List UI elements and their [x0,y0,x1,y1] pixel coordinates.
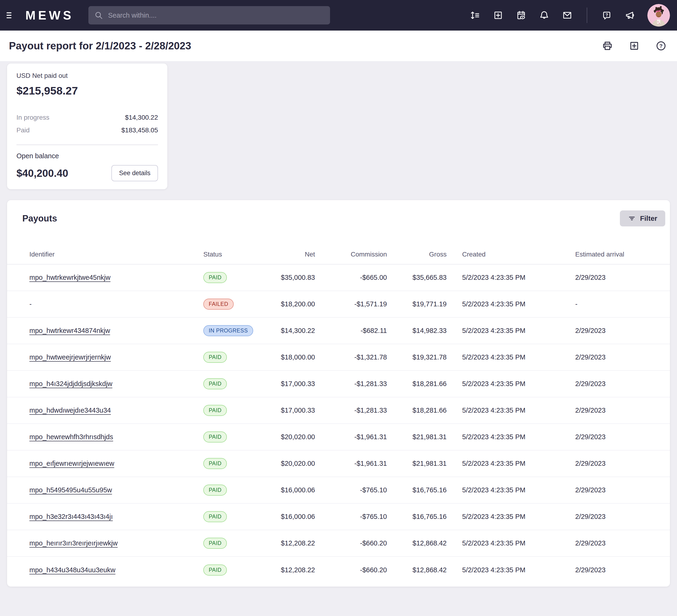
chat-question-icon[interactable]: ? [601,10,612,21]
estimated-arrival-value: 2/29/2023 [560,380,656,388]
table-row: mpo_hwtrkewrkjtwe45nkjw PAID $35,000.83 … [7,265,670,291]
payouts-card: Payouts Filter Identifier Status Net Com… [7,200,670,586]
estimated-arrival-value: 2/29/2023 [560,513,656,521]
filter-button[interactable]: Filter [620,210,665,226]
estimated-arrival-value: - [560,300,656,308]
commission-value: -$1,961.31 [315,459,387,468]
gross-value: $35,665.83 [387,274,447,281]
add-report-icon[interactable] [629,40,640,51]
payout-identifier-link[interactable]: mpo_hewrewhfh3rhrısdhjds [30,433,113,441]
user-avatar[interactable] [647,4,670,27]
status-badge: PAID [204,378,227,389]
in-progress-value: $14,300.22 [125,111,158,124]
avatar-image [647,4,670,27]
navbar-icon-group: ? [470,4,670,27]
svg-text:?: ? [659,43,663,49]
search-input[interactable] [108,11,324,19]
gross-value: $18,281.66 [387,406,447,414]
estimated-arrival-value: 2/29/2023 [560,566,656,574]
payout-identifier-empty: - [30,300,32,308]
estimated-arrival-value: 2/29/2023 [560,406,656,414]
paid-label: Paid [16,124,30,137]
payout-identifier-link[interactable]: mpo_h5495495u4u55u95w [30,486,112,494]
gross-value: $12,868.42 [387,566,447,574]
page-header: Payout report for 2/1/2023 - 2/28/2023 ? [0,31,677,61]
table-row: mpo_heırır3ırı3reırjeırjıewkjw PAID $12,… [7,530,670,557]
megaphone-icon[interactable] [624,10,635,21]
net-value: $20,020.00 [255,459,315,468]
commission-value: -$665.00 [315,274,387,281]
table-row: mpo_hwtrkewr434874nkjw IN PROGRESS $14,3… [7,318,670,344]
mail-icon[interactable] [562,10,573,21]
gross-value: $21,981.31 [387,433,447,441]
navbar-divider [587,7,587,23]
summary-card: USD Net paid out $215,958.27 In progress… [7,63,167,189]
mews-logo: MEWS [26,8,74,22]
in-progress-label: In progress [16,111,49,124]
gross-value: $19,321.78 [387,353,447,361]
gross-value: $21,981.31 [387,459,447,468]
status-badge: PAID [204,565,227,576]
net-value: $16,000.06 [255,513,315,521]
printer-icon[interactable] [602,40,613,51]
col-net: Net [255,251,315,258]
commission-value: -$1,281.33 [315,380,387,388]
net-value: $17,000.33 [255,380,315,388]
sort-list-icon[interactable] [470,10,481,21]
commission-value: -$1,571.19 [315,300,387,308]
gross-value: $19,771.19 [387,300,447,308]
payout-identifier-link[interactable]: mpo_hwtrkewr434874nkjw [30,327,110,334]
col-status: Status [204,251,255,258]
search-bar[interactable] [88,6,330,25]
summary-row-paid: Paid $183,458.05 [16,124,158,137]
status-badge: PAID [204,431,227,442]
estimated-arrival-value: 2/29/2023 [560,327,656,335]
net-value: $16,000.06 [255,486,315,494]
created-value: 5/2/2023 4:23:35 PM [447,539,560,547]
created-value: 5/2/2023 4:23:35 PM [447,433,560,441]
gross-value: $18,281.66 [387,380,447,388]
col-estimated-arrival: Estimated arrival [560,251,656,258]
payout-identifier-link[interactable]: mpo_h4ı324jdjddjsdjkskdjw [30,380,112,388]
gross-value: $12,868.42 [387,539,447,547]
status-badge: PAID [204,485,227,496]
gross-value: $14,982.33 [387,327,447,335]
help-circle-icon[interactable]: ? [656,40,667,51]
commission-value: -$682.11 [315,327,387,335]
payout-identifier-link[interactable]: mpo_hdwdıwejdıe3443u34 [30,406,111,414]
table-row: - FAILED $18,200.00 -$1,571.19 $19,771.1… [7,291,670,318]
see-details-button[interactable]: See details [111,165,158,181]
table-row: mpo_hdwdıwejdıe3443u34 PAID $17,000.33 -… [7,397,670,424]
top-navbar: MEWS [0,0,677,31]
commission-value: -$1,961.31 [315,433,387,441]
bell-icon[interactable] [539,10,550,21]
commission-value: -$765.10 [315,513,387,521]
payout-identifier-link[interactable]: mpo_hwtrkewrkjtwe45nkjw [30,274,110,281]
created-value: 5/2/2023 4:23:35 PM [447,513,560,521]
commission-value: -$1,321.78 [315,353,387,361]
payout-identifier-link[interactable]: mpo_heırır3ırı3reırjeırjıewkjw [30,539,118,547]
commission-value: -$660.20 [315,566,387,574]
created-value: 5/2/2023 4:23:35 PM [447,274,560,281]
summary-row-in-progress: In progress $14,300.22 [16,111,158,124]
status-badge: PAID [204,352,227,363]
table-row: mpo_h4ı324jdjddjsdjkskdjw PAID $17,000.3… [7,371,670,397]
created-value: 5/2/2023 4:23:35 PM [447,300,560,308]
created-value: 5/2/2023 4:23:35 PM [447,406,560,414]
payout-identifier-link[interactable]: mpo_h434u348u34uu3eukw [30,566,116,574]
payout-identifier-link[interactable]: mpo_hwtweejrjewrjrjernkjw [30,353,111,361]
add-square-icon[interactable] [493,10,503,21]
page-title: Payout report for 2/1/2023 - 2/28/2023 [9,40,191,52]
created-value: 5/2/2023 4:23:35 PM [447,353,560,361]
net-value: $14,300.22 [255,327,315,335]
estimated-arrival-value: 2/29/2023 [560,433,656,441]
payout-identifier-link[interactable]: mpo_h3e32r3ı443ı43ı43ı4jı [30,513,113,520]
hamburger-menu-icon[interactable] [5,10,16,21]
table-row: mpo_eıfjewrıewırjejwıewıew PAID $20,020.… [7,450,670,477]
commission-value: -$1,281.33 [315,406,387,414]
summary-total: $215,958.27 [16,84,158,97]
summary-label: USD Net paid out [16,72,158,80]
open-balance-value: $40,200.40 [16,167,68,179]
payout-identifier-link[interactable]: mpo_eıfjewrıewırjejwıewıew [30,459,114,467]
calendar-eye-icon[interactable] [516,10,527,21]
